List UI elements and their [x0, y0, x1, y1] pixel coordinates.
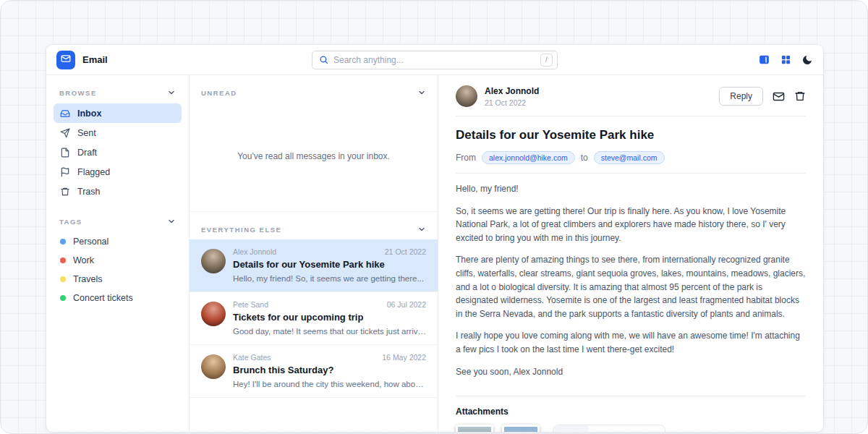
- sidebar-item-sent[interactable]: Sent: [54, 123, 182, 142]
- avatar: [456, 85, 477, 107]
- from-email-chip[interactable]: alex.jonnold@hike.com: [482, 151, 575, 164]
- everything-else-label: EVERYTHING ELSE: [201, 226, 281, 234]
- panel-toggle-button[interactable]: [758, 54, 770, 66]
- tag-item-personal[interactable]: Personal: [54, 232, 182, 251]
- mail-preview: Good day, mate! It seems that our ticket…: [233, 327, 426, 336]
- mail-preview: Hey! I'll be around the city this weeken…: [233, 380, 426, 388]
- everything-else-section-header[interactable]: EVERYTHING ELSE: [190, 211, 438, 239]
- mail-item-content: Kate Gates 16 May 2022 Brunch this Satur…: [233, 353, 426, 388]
- photo-attachment-thumbnail[interactable]: [456, 425, 493, 432]
- sidebar-item-label: Sent: [77, 128, 96, 138]
- divider: [456, 396, 806, 396]
- folder-icon: [553, 425, 588, 432]
- mail-date: 06 Jul 2022: [387, 300, 426, 309]
- tag-item-travels[interactable]: Travels: [54, 270, 182, 289]
- tag-color-dot: [60, 295, 66, 301]
- unread-section-header[interactable]: UNREAD: [190, 75, 438, 103]
- delete-button[interactable]: [794, 90, 806, 102]
- mail-list-item[interactable]: Pete Sand 06 Jul 2022 Tickets for our up…: [190, 292, 438, 345]
- mark-unread-button[interactable]: [773, 90, 785, 103]
- to-email-chip[interactable]: steve@mail.com: [594, 151, 665, 164]
- mail-date: 21 Oct 2022: [385, 247, 426, 256]
- body-paragraph: See you soon, Alex Jonnold: [456, 365, 806, 379]
- email-body: Hello, my friend! So, it seems we are ge…: [456, 182, 806, 387]
- mail-item-content: Pete Sand 06 Jul 2022 Tickets for our up…: [233, 300, 426, 336]
- app-logo: [56, 51, 75, 69]
- file-attachment-card[interactable]: videos-hike.zip 100 MB: [553, 425, 665, 432]
- tag-color-dot: [60, 276, 66, 282]
- chevron-down-icon[interactable]: [417, 225, 426, 234]
- email-detail-panel: Alex Jonnold 21 Oct 2022 Reply: [438, 75, 823, 432]
- divider: [456, 116, 806, 116]
- apps-grid-button[interactable]: [780, 54, 791, 65]
- search-input[interactable]: [333, 55, 535, 65]
- unread-empty-message: You've read all messages in your inbox.: [190, 103, 438, 210]
- sidebar-item-inbox[interactable]: Inbox: [54, 103, 182, 123]
- mail-sender: Alex Jonnold: [233, 247, 276, 256]
- sent-icon: [60, 128, 70, 138]
- sidebar-item-label: Flagged: [77, 167, 110, 177]
- from-label: From: [456, 153, 476, 163]
- mail-sender: Pete Sand: [233, 300, 268, 309]
- body-paragraph: Hello, my friend!: [456, 182, 806, 196]
- browse-section-header[interactable]: BROWSE: [54, 85, 182, 103]
- search-shortcut-key: /: [540, 54, 553, 67]
- tag-label: Concert tickets: [73, 293, 133, 303]
- avatar: [201, 354, 226, 379]
- sidebar-item-label: Draft: [77, 148, 97, 158]
- file-name: videos-hike.zip: [596, 431, 653, 432]
- attachments-label: Attachments: [456, 407, 806, 417]
- mail-subject: Tickets for our upcoming trip: [233, 312, 426, 323]
- mail-sender: Kate Gates: [233, 353, 271, 362]
- sidebar-item-flagged[interactable]: Flagged: [54, 162, 182, 182]
- grid-icon: [780, 54, 791, 65]
- sidebar-item-trash[interactable]: Trash: [54, 182, 182, 201]
- dark-mode-button[interactable]: [801, 54, 813, 66]
- chevron-down-icon[interactable]: [417, 88, 426, 97]
- mail-subject: Brunch this Saturday?: [233, 365, 426, 375]
- detail-sender-name: Alex Jonnold: [485, 86, 539, 96]
- sidebar-item-draft[interactable]: Draft: [54, 142, 182, 162]
- envelope-icon: [773, 90, 785, 103]
- tag-color-dot: [60, 239, 66, 244]
- to-label: to: [581, 153, 588, 163]
- trash-icon: [794, 90, 806, 102]
- photo-attachment-thumbnail[interactable]: [502, 425, 540, 432]
- mail-preview: Hello, my friend! So, it seems we are ge…: [233, 274, 426, 283]
- tags-section-header[interactable]: TAGS: [54, 214, 182, 232]
- inbox-icon: [60, 109, 70, 119]
- mail-list-item[interactable]: Kate Gates 16 May 2022 Brunch this Satur…: [190, 345, 438, 398]
- reply-button[interactable]: Reply: [719, 87, 763, 106]
- avatar: [201, 302, 226, 326]
- divider: [456, 173, 806, 174]
- flag-icon: [60, 167, 70, 177]
- browse-label: BROWSE: [59, 89, 97, 97]
- mail-item-content: Alex Jonnold 21 Oct 2022 Details for our…: [233, 247, 426, 283]
- sidebar-item-label: Inbox: [77, 109, 101, 119]
- panel-layout-icon: [758, 54, 770, 66]
- trash-icon: [60, 187, 70, 197]
- tag-item-concert-tickets[interactable]: Concert tickets: [54, 289, 182, 307]
- tag-label: Work: [73, 255, 94, 265]
- sidebar: BROWSE Inbox Sent: [46, 75, 190, 432]
- mail-date: 16 May 2022: [382, 353, 426, 362]
- sidebar-item-label: Trash: [77, 187, 101, 197]
- tag-label: Travels: [73, 274, 103, 284]
- envelope-icon: [61, 54, 71, 67]
- body-paragraph: So, it seems we are getting there! Our t…: [456, 205, 806, 245]
- header-actions: [758, 54, 813, 66]
- chevron-down-icon[interactable]: [167, 88, 176, 97]
- app-header: Email /: [46, 45, 823, 75]
- search-icon: [319, 55, 328, 64]
- attachments-row: videos-hike.zip 100 MB: [456, 425, 806, 432]
- app-body: BROWSE Inbox Sent: [46, 75, 823, 432]
- email-subject-title: Details for our Yosemite Park hike: [456, 128, 806, 142]
- chevron-down-icon[interactable]: [167, 217, 176, 226]
- tag-item-work[interactable]: Work: [54, 251, 182, 270]
- tag-color-dot: [60, 258, 66, 263]
- app-title: Email: [82, 54, 108, 65]
- unread-label: UNREAD: [201, 89, 237, 97]
- search-bar[interactable]: /: [312, 51, 558, 69]
- mail-list-item[interactable]: Alex Jonnold 21 Oct 2022 Details for our…: [190, 239, 438, 292]
- page-background: Email /: [0, 0, 868, 434]
